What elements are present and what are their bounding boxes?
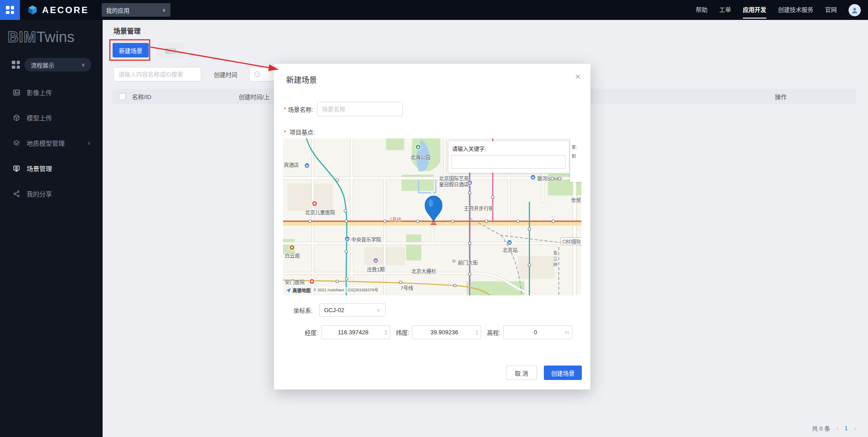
- map-label: 世贸天: [571, 196, 581, 204]
- chevron-down-icon: ∨: [377, 307, 381, 313]
- map-label: 7号线: [401, 284, 413, 291]
- elevation-input[interactable]: [503, 325, 572, 339]
- new-scene-modal: 新建场景 × * 场景名称: * 项目基点:: [274, 64, 590, 390]
- scene-icon: [13, 165, 20, 172]
- keyword-panel: 请输入关键字:: [448, 141, 569, 173]
- select-all-checkbox[interactable]: [119, 93, 126, 100]
- aecore-logo: AECORE: [20, 5, 95, 15]
- number-spinner-icon[interactable]: [385, 330, 387, 335]
- new-scene-button[interactable]: 新建场景: [113, 43, 149, 57]
- sidebar-menu: 影像上传 模型上传 地质模型管理 ∨ 场景管理 我的分享: [0, 80, 103, 206]
- amap-logo: 高德地图: [286, 287, 311, 294]
- sidebar-item-model-upload[interactable]: 模型上传: [0, 105, 103, 130]
- person-icon: [851, 6, 859, 14]
- modal-footer: 取 消 创建场景: [506, 366, 582, 380]
- required-asterisk: *: [284, 106, 286, 113]
- nav-app-dev[interactable]: 应用开发: [743, 0, 766, 20]
- keyword-label: 请输入关键字:: [452, 145, 566, 152]
- mode-select-dropdown[interactable]: 流程展示 ∨: [24, 58, 91, 71]
- base-point-label: 项目基点:: [290, 129, 315, 136]
- cube-icon: [13, 114, 20, 122]
- nav-work-order[interactable]: 工单: [719, 0, 731, 20]
- map-label: 庄胜1期: [367, 266, 385, 273]
- topbar: AECORE 我的应用 ∨ 帮助 工单 应用开发 创建技术服务 官网: [0, 0, 868, 20]
- next-page-icon[interactable]: ›: [854, 424, 856, 432]
- map-label: 北京大栅栏: [411, 267, 436, 275]
- aecore-cube-icon: [27, 5, 38, 15]
- date-filter-label: 创建时间: [214, 70, 237, 79]
- modal-title: 新建场景: [286, 74, 317, 85]
- map-label: 北海公园: [410, 153, 430, 161]
- nav-official-site[interactable]: 官网: [825, 0, 837, 20]
- map-label: 1号线: [390, 216, 401, 223]
- map-label: 白云观: [285, 252, 300, 259]
- clipped-text: 家:: [571, 143, 580, 152]
- cancel-button[interactable]: 取 消: [506, 366, 537, 380]
- nav-create-tech-service[interactable]: 创建技术服务: [778, 0, 813, 20]
- map-label: 宾酒店: [284, 161, 299, 168]
- clipped-text: 到: [571, 152, 580, 161]
- user-avatar[interactable]: [849, 4, 861, 16]
- map-label: 安门医院: [285, 278, 305, 285]
- longitude-input[interactable]: [321, 325, 390, 339]
- top-nav: 帮助 工单 应用开发 创建技术服务 官网: [696, 0, 868, 20]
- image-icon: [13, 89, 20, 96]
- amap-logo-icon: [286, 288, 291, 293]
- svg-text:M: M: [374, 259, 377, 262]
- column-action: 操作: [775, 92, 856, 101]
- elevation-unit: m: [565, 329, 569, 336]
- brand-twins: Twins: [37, 28, 75, 45]
- grid-icon: [6, 6, 14, 14]
- coord-system-select[interactable]: GCJ-02 ∨: [319, 303, 386, 317]
- map-attribution: © 2021 AutoNavi - GS(2019)6379号: [312, 287, 380, 293]
- sidebar: BIMTwins 流程展示 ∨ 影像上传 模型上传 地质模型管理 ∨: [0, 20, 103, 437]
- delete-button[interactable]: 删除: [158, 43, 184, 57]
- sidebar-item-my-share[interactable]: 我的分享: [0, 181, 103, 206]
- column-name-id: 名称/ID: [132, 92, 239, 101]
- page-number[interactable]: 1: [844, 425, 848, 432]
- app-select-dropdown[interactable]: 我的应用 ∨: [102, 3, 170, 17]
- sidebar-item-scene-management[interactable]: 场景管理: [0, 156, 103, 181]
- share-icon: [13, 190, 20, 198]
- sidebar-item-image-upload[interactable]: 影像上传: [0, 80, 103, 105]
- keyword-input[interactable]: [451, 155, 566, 169]
- bimtwins-brand: BIMTwins: [0, 20, 103, 46]
- coord-system-label: 坐标系:: [293, 306, 313, 314]
- svg-text:M: M: [346, 238, 349, 241]
- sidebar-item-geology-model[interactable]: 地质模型管理 ∨: [0, 130, 103, 156]
- chevron-down-icon: ∨: [162, 7, 166, 13]
- brand-bim: BIM: [8, 28, 37, 45]
- map-label: 东三环: [552, 251, 558, 268]
- grid-icon: [12, 61, 20, 69]
- app-launcher-button[interactable]: [0, 0, 20, 20]
- latitude-input[interactable]: [412, 325, 481, 339]
- elevation-label: 高程:: [487, 328, 500, 337]
- required-asterisk: *: [284, 129, 286, 136]
- page-title: 场景管理: [113, 26, 141, 35]
- create-scene-button[interactable]: 创建场景: [544, 366, 582, 380]
- scene-name-input[interactable]: [317, 102, 403, 116]
- sidebar-item-label: 我的分享: [27, 189, 52, 198]
- map-label: 中央音乐学院: [351, 236, 381, 243]
- base-point-row: * 项目基点:: [284, 128, 315, 136]
- close-icon[interactable]: ×: [575, 72, 580, 81]
- svg-text:M: M: [532, 176, 534, 179]
- mode-select-value: 流程展示: [31, 61, 54, 69]
- svg-text:M: M: [306, 164, 308, 167]
- pagination: 共 0 条 ‹ 1 ›: [812, 424, 856, 432]
- map-label: 前门大街: [458, 259, 478, 266]
- project-basepoint-map[interactable]: M M M M M M 北海公园: [283, 138, 581, 295]
- sidebar-item-label: 影像上传: [27, 88, 52, 97]
- amap-logo-text: 高德地图: [292, 287, 311, 294]
- coordinates-row: 经度: 纬度: 高程: m: [305, 325, 572, 339]
- search-input[interactable]: [113, 67, 201, 81]
- coord-system-row: 坐标系: GCJ-02 ∨: [293, 303, 386, 317]
- scene-name-label: 场景名称:: [288, 105, 313, 114]
- longitude-label: 经度:: [305, 328, 318, 337]
- map-label: 王府井步行街: [464, 204, 494, 212]
- map-label: 银河SOHO: [537, 175, 561, 182]
- number-spinner-icon[interactable]: [476, 330, 478, 335]
- prev-page-icon[interactable]: ‹: [836, 424, 839, 432]
- nav-help[interactable]: 帮助: [696, 0, 708, 20]
- chevron-down-icon[interactable]: ∨: [87, 140, 91, 146]
